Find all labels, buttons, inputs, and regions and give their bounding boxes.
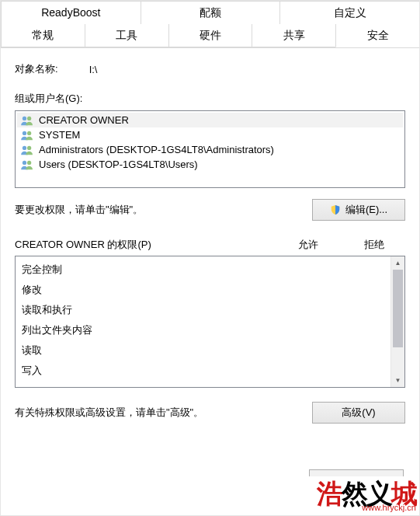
- permissions-listbox: 完全控制 修改 读取和执行 列出文件夹内容 读取 写入 ▲ ▼: [15, 256, 405, 388]
- list-item[interactable]: Users (DESKTOP-1GS4LT8\Users): [17, 157, 403, 172]
- svg-point-4: [23, 145, 26, 149]
- list-item[interactable]: SYSTEM: [17, 127, 403, 142]
- scrollbar[interactable]: ▲ ▼: [390, 256, 404, 387]
- groups-listbox[interactable]: CREATOR OWNER SYSTEM Administrators (DES…: [15, 110, 405, 188]
- object-name-value: I:\: [89, 64, 98, 75]
- tab-quota[interactable]: 配额: [141, 1, 281, 24]
- edit-button[interactable]: 编辑(E)...: [312, 199, 405, 221]
- advanced-hint: 有关特殊权限或高级设置，请单击"高级"。: [15, 406, 203, 420]
- list-item[interactable]: Administrators (DESKTOP-1GS4LT8\Administ…: [17, 142, 403, 157]
- list-item[interactable]: CREATOR OWNER: [17, 113, 403, 127]
- scroll-up-icon[interactable]: ▲: [391, 256, 404, 270]
- permission-item: 读取: [22, 340, 385, 361]
- watermark: 浩然义城 www.hryckj.cn: [317, 480, 416, 512]
- edit-hint: 要更改权限，请单击"编辑"。: [15, 203, 143, 217]
- properties-dialog: ReadyBoost 配额 自定义 常规 工具 硬件 共享 安全 对象名称: I…: [0, 0, 420, 516]
- list-item-label: CREATOR OWNER: [39, 114, 129, 126]
- scroll-track[interactable]: [391, 270, 404, 374]
- svg-point-0: [23, 116, 26, 120]
- permissions-title: CREATOR OWNER 的权限(P): [15, 238, 273, 252]
- edit-button-label: 编辑(E)...: [345, 203, 387, 217]
- svg-point-5: [27, 145, 31, 149]
- scroll-down-icon[interactable]: ▼: [391, 374, 404, 387]
- shield-icon: [330, 204, 341, 215]
- users-icon: [20, 159, 34, 170]
- tab-row-1: ReadyBoost 配额 自定义: [1, 1, 419, 24]
- permissions-inner: 完全控制 修改 读取和执行 列出文件夹内容 读取 写入: [16, 256, 391, 387]
- users-icon: [20, 115, 34, 126]
- advanced-row: 有关特殊权限或高级设置，请单击"高级"。 高级(V): [15, 402, 405, 424]
- tab-sharing[interactable]: 共享: [252, 24, 336, 47]
- permission-item: 修改: [22, 280, 385, 300]
- users-icon: [20, 145, 34, 155]
- svg-point-3: [27, 131, 31, 134]
- tab-readyboost[interactable]: ReadyBoost: [1, 1, 141, 24]
- object-name-row: 对象名称: I:\: [15, 62, 405, 76]
- svg-point-7: [27, 160, 31, 164]
- tab-hardware[interactable]: 硬件: [168, 24, 253, 47]
- tab-general[interactable]: 常规: [1, 24, 85, 47]
- list-item-label: SYSTEM: [39, 129, 80, 141]
- list-item-label: Users (DESKTOP-1GS4LT8\Users): [39, 159, 198, 170]
- svg-point-2: [23, 131, 26, 134]
- tab-tools[interactable]: 工具: [85, 24, 169, 47]
- list-item-label: Administrators (DESKTOP-1GS4LT8\Administ…: [39, 144, 274, 155]
- users-icon: [20, 130, 34, 141]
- permission-item: 读取和执行: [22, 300, 385, 320]
- permission-item: 完全控制: [22, 260, 385, 280]
- svg-point-1: [27, 116, 31, 120]
- tab-security[interactable]: 安全: [335, 24, 420, 47]
- tab-strip: ReadyBoost 配额 自定义 常规 工具 硬件 共享 安全: [1, 1, 419, 48]
- svg-point-6: [23, 160, 26, 164]
- object-name-label: 对象名称:: [15, 62, 58, 76]
- permissions-deny-col: 拒绝: [343, 238, 405, 252]
- dialog-button-partial[interactable]: [309, 469, 404, 476]
- advanced-button-label: 高级(V): [342, 406, 375, 420]
- tab-customize[interactable]: 自定义: [279, 1, 420, 24]
- permissions-header: CREATOR OWNER 的权限(P) 允许 拒绝: [15, 238, 405, 252]
- security-panel: 对象名称: I:\ 组或用户名(G): CREATOR OWNER SYSTEM: [1, 48, 419, 447]
- scroll-thumb[interactable]: [393, 270, 403, 347]
- permission-item: 列出文件夹内容: [22, 320, 385, 340]
- groups-label: 组或用户名(G):: [15, 92, 405, 106]
- advanced-button[interactable]: 高级(V): [312, 402, 405, 424]
- permissions-allow-col: 允许: [273, 238, 343, 252]
- permission-item: 写入: [22, 361, 385, 381]
- tab-row-2: 常规 工具 硬件 共享 安全: [1, 24, 419, 48]
- edit-row: 要更改权限，请单击"编辑"。 编辑(E)...: [15, 199, 405, 221]
